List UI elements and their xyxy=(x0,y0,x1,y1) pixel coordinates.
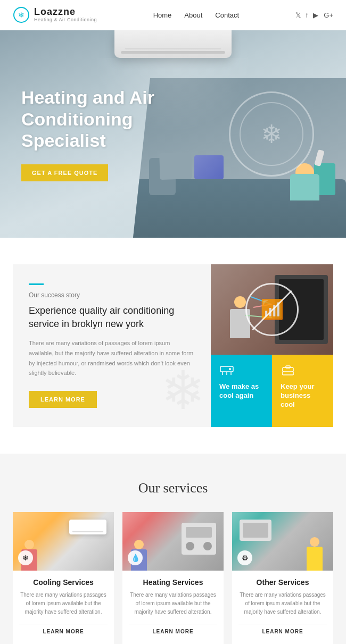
heating-person-head xyxy=(134,540,144,549)
other-image: ⚙ xyxy=(232,512,333,571)
facebook-link[interactable]: f xyxy=(306,11,308,19)
story-subtitle: Our success story xyxy=(29,291,195,299)
person-body xyxy=(290,174,319,200)
cooling-learn-more[interactable]: LEARN MORE xyxy=(19,624,108,639)
svg-rect-11 xyxy=(286,366,290,368)
story-tiles: We make as cool again Keep your business… xyxy=(211,355,333,427)
fire-badge-icon: 💧 xyxy=(131,554,140,562)
tile-business-text: Keep your business cool xyxy=(281,382,325,409)
other-body: Other Services There are many variations… xyxy=(232,571,333,644)
other-person xyxy=(307,537,323,571)
other-service-name: Other Services xyxy=(238,578,327,587)
heating-service-name: Heating Services xyxy=(129,578,217,587)
story-accent-bar xyxy=(29,283,44,285)
nav-contact[interactable]: Contact xyxy=(215,11,239,19)
wifi-icon: 📶 xyxy=(260,298,284,321)
snowflake-badge-icon: ❄ xyxy=(22,554,29,562)
other-person-body xyxy=(307,547,323,571)
tile-business: Keep your business cool xyxy=(272,355,333,427)
brand-name: Loazzne xyxy=(34,7,97,18)
story-title: Experience quality air conditioning serv… xyxy=(29,304,195,331)
services-title: Our services xyxy=(13,480,333,496)
svg-rect-2 xyxy=(220,366,233,372)
hero-circle-decoration: ❄ xyxy=(229,91,314,177)
story-left-panel: Our success story Experience quality air… xyxy=(13,264,211,427)
story-body-text: There are many variations of passages of… xyxy=(29,338,195,378)
heating-learn-more[interactable]: LEARN MORE xyxy=(129,624,217,639)
gear-badge-icon: ⚙ xyxy=(242,554,249,562)
cooling-person-head xyxy=(24,540,34,549)
cooling-image: ❄ xyxy=(13,512,114,571)
nav-home[interactable]: Home xyxy=(153,11,172,19)
nav-about[interactable]: About xyxy=(184,11,202,19)
story-image: 📶 xyxy=(211,264,333,355)
heating-image: 💧 xyxy=(122,512,224,571)
story-section: Our success story Experience quality air… xyxy=(0,238,346,454)
control-panel xyxy=(182,523,216,555)
story-inner: Our success story Experience quality air… xyxy=(13,264,333,427)
wall-ac-unit xyxy=(69,520,106,534)
story-right-panel: 📶 We make as cool again xyxy=(211,264,333,427)
building-icon xyxy=(281,363,295,378)
twitter-link[interactable]: 𝕏 xyxy=(295,11,301,19)
heating-body: Heating Services There are many variatio… xyxy=(122,571,224,644)
get-quote-button[interactable]: GET A FREE QUOTE xyxy=(21,164,108,181)
other-service-desc: There are many variations passages of lo… xyxy=(238,591,327,616)
service-card-heating: 💧 Heating Services There are many variat… xyxy=(122,512,224,644)
hero-title: Heating and Air Conditioning Specialist xyxy=(21,87,181,152)
hero-content: Heating and Air Conditioning Specialist … xyxy=(0,87,202,181)
svg-point-6 xyxy=(229,368,231,370)
hero-section: ❄ Heating and Air Conditioning Specialis… xyxy=(0,30,346,238)
heating-service-desc: There are many variations passages of lo… xyxy=(129,591,217,616)
cooling-service-desc: There are many variations passages of lo… xyxy=(19,591,108,616)
other-icon-badge: ⚙ xyxy=(237,550,252,565)
snowflake-icon: ❄ xyxy=(261,119,282,149)
logo-icon: ❄ xyxy=(13,6,30,23)
tile-cool: We make as cool again xyxy=(211,355,272,427)
nav-links: Home About Contact xyxy=(153,10,239,20)
other-learn-more[interactable]: LEARN MORE xyxy=(238,624,327,639)
heating-icon-badge: 💧 xyxy=(128,550,143,565)
cooling-service-name: Cooling Services xyxy=(19,578,108,587)
ac-unit xyxy=(114,30,232,58)
services-section: Our services ❄ Cooling Services Th xyxy=(0,454,346,644)
service-card-other: ⚙ Other Services There are many variatio… xyxy=(232,512,333,644)
social-links: 𝕏 f ▶ G+ xyxy=(295,11,333,19)
other-person-head xyxy=(310,537,319,547)
brand-tagline: Heating & Air Conditioning xyxy=(34,18,97,23)
cooling-icon-badge: ❄ xyxy=(18,550,33,565)
cooling-body: Cooling Services There are many variatio… xyxy=(13,571,114,644)
services-grid: ❄ Cooling Services There are many variat… xyxy=(13,512,333,644)
hero-circle-inner: ❄ xyxy=(240,102,303,166)
svg-text:❄: ❄ xyxy=(18,11,24,19)
logo: ❄ Loazzne Heating & Air Conditioning xyxy=(13,6,97,23)
tile-cool-text: We make as cool again xyxy=(219,382,263,400)
navbar: ❄ Loazzne Heating & Air Conditioning Hom… xyxy=(0,0,346,30)
learn-more-button[interactable]: LEARN MORE xyxy=(29,391,97,408)
service-card-cooling: ❄ Cooling Services There are many variat… xyxy=(13,512,114,644)
no-wifi-overlay: 📶 xyxy=(211,264,333,355)
ac-icon xyxy=(219,363,234,378)
wall-unit xyxy=(240,520,271,541)
google-plus-link[interactable]: G+ xyxy=(324,11,333,19)
no-wifi-circle: 📶 xyxy=(245,283,299,336)
youtube-link[interactable]: ▶ xyxy=(313,11,318,19)
